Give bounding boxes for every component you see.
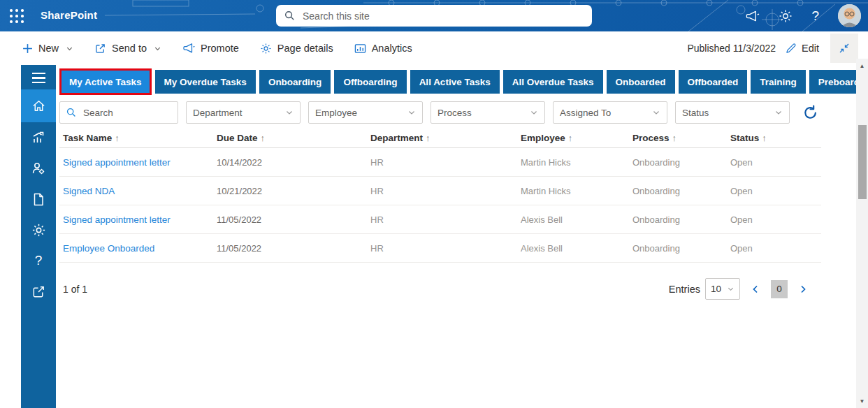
entries-label: Entries [669, 284, 700, 295]
sort-asc-icon: ↑ [115, 133, 119, 143]
task-link[interactable]: Employee Onboarded [63, 243, 217, 254]
user-avatar[interactable] [838, 4, 861, 27]
promote-button[interactable]: Promote [182, 43, 239, 54]
table-row: Signed appointment letter 10/14/2022 HR … [59, 148, 821, 177]
sort-asc-icon: ↑ [568, 133, 572, 143]
hamburger-menu-icon[interactable] [32, 73, 45, 83]
sort-asc-icon: ↑ [762, 133, 766, 143]
scrollbar-thumb[interactable] [858, 125, 867, 199]
help-question-icon: ? [35, 253, 43, 268]
tab-my-active-tasks[interactable]: My Active Tasks [59, 68, 152, 95]
sidebar-item-user-settings[interactable] [21, 153, 56, 184]
sort-asc-icon: ↑ [261, 133, 265, 143]
column-header-task-name[interactable]: Task Name↑ [63, 133, 217, 143]
command-bar-left: New Send to Promot [0, 43, 412, 54]
assigned-to-filter-dropdown[interactable]: Assigned To [553, 101, 667, 124]
brand-title: SharePoint [41, 9, 97, 21]
sidebar-item-analytics[interactable] [21, 122, 56, 153]
tab-offboarding[interactable]: Offboarding [334, 70, 406, 94]
settings-gear-icon[interactable] [779, 9, 793, 23]
analytics-button[interactable]: Analytics [354, 43, 412, 54]
chevron-right-icon [798, 284, 808, 294]
sidebar-item-settings[interactable] [21, 214, 56, 245]
task-search-box[interactable] [59, 101, 178, 124]
left-sidebar: ? [21, 65, 56, 408]
sidebar-item-documents[interactable] [21, 184, 56, 214]
entries-value: 10 [711, 284, 721, 294]
status-cell: Open [730, 157, 821, 168]
employee-cell: Alexis Bell [521, 243, 632, 254]
column-header-department[interactable]: Department↑ [370, 133, 521, 143]
tab-onboarded[interactable]: Onboarded [607, 70, 675, 94]
entries-per-page-select[interactable]: 10 [705, 278, 740, 300]
tasks-table: Task Name↑ Due Date↑ Department↑ Employe… [59, 128, 821, 263]
task-link[interactable]: Signed appointment letter [63, 214, 217, 225]
new-label: New [38, 43, 59, 54]
chevron-left-icon [751, 284, 760, 294]
sidebar-item-home[interactable] [21, 89, 56, 122]
site-search[interactable] [276, 5, 592, 27]
task-link[interactable]: Signed NDA [63, 186, 217, 196]
table-header-row: Task Name↑ Due Date↑ Department↑ Employe… [59, 128, 821, 148]
employee-cell: Alexis Bell [521, 214, 632, 225]
send-to-button[interactable]: Send to [94, 43, 161, 54]
tab-all-active-tasks[interactable]: All Active Tasks [410, 70, 500, 94]
column-header-status[interactable]: Status↑ [730, 133, 821, 143]
pencil-icon [786, 43, 797, 54]
table-row: Signed NDA 10/21/2022 HR Martin Hicks On… [59, 177, 821, 205]
filter-bar: Department Employee Process Assigned To … [59, 101, 818, 124]
table-row: Signed appointment letter 11/05/2022 HR … [59, 205, 821, 234]
tab-all-overdue-tasks[interactable]: All Overdue Tasks [503, 70, 603, 94]
status-cell: Open [730, 186, 821, 196]
previous-page-button[interactable] [749, 284, 762, 294]
tab-offboarded[interactable]: Offboarded [679, 70, 748, 94]
task-search-input[interactable] [82, 107, 171, 119]
column-header-process[interactable]: Process↑ [632, 133, 730, 143]
edit-button[interactable]: Edit [786, 43, 819, 54]
page-details-label: Page details [277, 43, 333, 54]
current-page-number[interactable]: 0 [771, 280, 788, 298]
collapse-button[interactable] [830, 34, 858, 63]
vertical-scrollbar[interactable]: ▲ ▼ [856, 59, 868, 408]
tab-training[interactable]: Training [751, 70, 806, 94]
column-header-employee[interactable]: Employee↑ [521, 133, 632, 143]
new-button[interactable]: New [22, 43, 73, 54]
refresh-button[interactable] [802, 105, 818, 121]
app-launcher-waffle-icon[interactable] [8, 8, 25, 24]
site-search-input[interactable] [301, 10, 584, 22]
send-to-icon [94, 43, 106, 54]
sidebar-item-help[interactable]: ? [21, 245, 56, 276]
scroll-up-arrow-icon[interactable]: ▲ [856, 60, 868, 71]
next-page-button[interactable] [797, 284, 809, 294]
due-date-cell: 10/21/2022 [217, 186, 370, 196]
chevron-down-icon [154, 45, 161, 52]
tab-my-overdue-tasks[interactable]: My Overdue Tasks [155, 70, 256, 94]
task-link[interactable]: Signed appointment letter [63, 157, 217, 168]
document-icon [31, 192, 45, 207]
department-cell: HR [370, 157, 521, 168]
status-filter-dropdown[interactable]: Status [675, 101, 790, 124]
employee-filter-dropdown[interactable]: Employee [308, 101, 423, 124]
process-filter-dropdown[interactable]: Process [431, 101, 545, 124]
scroll-down-arrow-icon[interactable]: ▼ [856, 395, 868, 407]
due-date-cell: 11/05/2022 [217, 243, 370, 254]
banner-actions: ? [745, 0, 861, 31]
help-icon[interactable]: ? [811, 8, 819, 24]
table-row: Employee Onboarded 11/05/2022 HR Alexis … [59, 234, 821, 263]
command-bar-right: Published 11/3/2022 Edit [687, 31, 858, 65]
department-cell: HR [370, 186, 521, 196]
chevron-down-icon [652, 108, 660, 117]
search-icon [284, 10, 295, 21]
gear-icon [31, 223, 46, 238]
top-banner: SharePoint [0, 0, 868, 31]
command-bar: New Send to Promot [0, 31, 868, 65]
department-filter-dropdown[interactable]: Department [186, 101, 301, 124]
megaphone-icon[interactable] [745, 10, 760, 22]
page-details-button[interactable]: Page details [260, 43, 333, 54]
column-header-due-date[interactable]: Due Date↑ [217, 133, 370, 143]
sort-asc-icon: ↑ [672, 133, 677, 143]
person-gear-icon [31, 161, 46, 176]
tab-onboarding[interactable]: Onboarding [259, 70, 331, 94]
sort-asc-icon: ↑ [426, 133, 430, 143]
sidebar-item-share[interactable] [21, 276, 56, 307]
